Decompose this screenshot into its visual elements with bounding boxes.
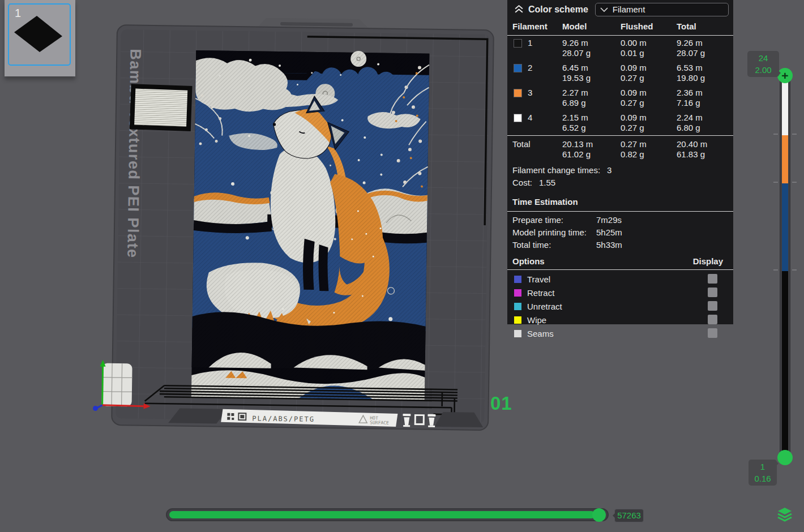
option-row-retract: Retract xyxy=(507,286,733,299)
total-weight: 6.80 g xyxy=(677,123,733,133)
option-row-wipe: Wipe xyxy=(507,313,733,327)
col-header-flushed: Flushed xyxy=(621,22,677,32)
prepare-time-label: Prepare time: xyxy=(512,214,596,226)
total-weight: 19.80 g xyxy=(677,73,733,83)
col-header-total: Total xyxy=(677,22,733,32)
display-checkbox[interactable] xyxy=(708,288,717,297)
flushed-weight: 0.27 g xyxy=(621,73,677,83)
move-value-box[interactable]: 57263 xyxy=(614,509,644,522)
model-weight: 19.53 g xyxy=(562,73,621,83)
collapse-icon[interactable] xyxy=(514,5,524,14)
total-length: 2.24 m xyxy=(677,113,733,123)
option-row-unretract: Unretract xyxy=(507,299,733,313)
total-length: 9.26 m xyxy=(677,38,733,48)
flushed-length: 0.09 m xyxy=(621,113,677,123)
travel-label: Travel xyxy=(527,274,550,284)
bottom-layer-number: 1 xyxy=(751,461,775,473)
cost-label: Cost: xyxy=(512,177,532,189)
display-checkbox[interactable] xyxy=(708,301,717,311)
model-length: 9.26 m xyxy=(562,38,621,48)
filament-table: Filament Model Flushed Total 1 9.26 m28.… xyxy=(507,19,733,162)
filament-change-label: Filament change times: xyxy=(512,164,600,177)
dropdown-chevron-icon xyxy=(600,7,608,12)
display-checkbox[interactable] xyxy=(708,328,717,338)
table-row: 4 2.15 m6.52 g 0.09 m0.27 g 2.24 m6.80 g xyxy=(507,110,733,135)
bottom-layer-tooltip: 1 0.16 xyxy=(749,460,777,486)
move-slider-handle[interactable] xyxy=(592,508,606,522)
filament-swatch xyxy=(514,39,522,48)
prime-tower xyxy=(132,86,190,128)
col-header-model: Model xyxy=(562,22,621,32)
total-time-label: Total time: xyxy=(512,239,596,251)
seams-label: Seams xyxy=(527,329,554,338)
model-weight: 28.07 g xyxy=(562,48,621,58)
top-layer-tooltip: 24 2.00 xyxy=(747,51,779,77)
wipe-swatch xyxy=(514,316,521,324)
flushed-length: 0.09 m xyxy=(621,63,677,73)
plate-thumbnail-number: 1 xyxy=(15,7,21,20)
total-weight: 7.16 g xyxy=(677,98,733,108)
unretract-swatch xyxy=(514,303,521,310)
calibration-pad xyxy=(102,363,132,407)
model-length: 2.27 m xyxy=(562,88,621,98)
flushed-weight: 0.01 g xyxy=(621,48,677,58)
display-header: Display xyxy=(693,256,723,266)
layer-slider-track[interactable] xyxy=(780,72,790,461)
sliced-model-artwork xyxy=(191,49,430,400)
total-weight: 61.83 g xyxy=(677,149,733,160)
filament-swatch xyxy=(514,64,522,72)
flushed-length: 0.27 m xyxy=(621,139,677,149)
model-printing-time-label: Model printing time: xyxy=(512,226,596,239)
flushed-weight: 0.82 g xyxy=(621,149,677,160)
unretract-label: Unretract xyxy=(527,302,562,311)
flushed-length: 0.09 m xyxy=(621,88,677,98)
filament-change-value: 3 xyxy=(607,164,611,177)
model-length: 20.13 m xyxy=(562,139,621,149)
hot-label-2: SURFACE xyxy=(370,420,389,425)
time-estimation-title: Time Estimation xyxy=(507,191,733,212)
move-slider-track[interactable] xyxy=(166,508,609,521)
filament-id: 4 xyxy=(528,113,532,123)
filament-swatch xyxy=(514,114,522,122)
color-scheme-panel: Color scheme Filament Filament Model Flu… xyxy=(507,0,733,324)
flushed-length: 0.00 m xyxy=(621,38,677,48)
table-row: 3 2.27 m6.89 g 0.09 m0.27 g 2.36 m7.16 g xyxy=(507,85,733,110)
option-row-travel: Travel xyxy=(507,272,733,286)
prepare-time-value: 7m29s xyxy=(596,214,733,226)
option-row-seams: Seams xyxy=(507,327,733,340)
retract-label: Retract xyxy=(527,288,554,298)
flushed-weight: 0.27 g xyxy=(621,98,677,108)
model-length: 6.45 m xyxy=(562,63,621,73)
total-weight: 28.07 g xyxy=(677,48,733,58)
filament-id: 1 xyxy=(528,38,532,48)
build-plate: Bambu Textured PEI Plate xyxy=(93,16,494,431)
retract-swatch xyxy=(514,289,521,297)
seams-swatch xyxy=(514,330,521,337)
surface-material-label: PLA/ABS/PETG xyxy=(252,414,315,423)
total-length: 6.53 m xyxy=(677,63,733,73)
wipe-label: Wipe xyxy=(527,315,546,325)
layers-icon[interactable] xyxy=(776,506,793,523)
dropdown-value: Filament xyxy=(613,5,645,14)
flushed-weight: 0.27 g xyxy=(621,123,677,133)
cost-value: 1.55 xyxy=(539,177,555,189)
panel-title: Color scheme xyxy=(528,5,588,15)
move-slider-fill xyxy=(169,511,595,518)
plate-thumbnail[interactable]: 1 xyxy=(5,0,75,76)
total-label: Total xyxy=(512,139,562,160)
top-layer-height: 2.00 xyxy=(750,64,777,76)
display-checkbox[interactable] xyxy=(708,274,717,284)
plate-name-label: Bambu Textured PEI Plate xyxy=(124,49,144,258)
options-title: Options xyxy=(512,256,545,266)
view-mode-dropdown[interactable]: Filament xyxy=(595,3,729,16)
col-header-filament: Filament xyxy=(512,22,562,32)
plate-number-label: 01 xyxy=(490,393,512,414)
travel-swatch xyxy=(514,276,521,283)
model-weight: 6.89 g xyxy=(562,98,621,108)
top-layer-number: 24 xyxy=(750,52,777,64)
table-row: 1 9.26 m28.07 g 0.00 m0.01 g 9.26 m28.07… xyxy=(507,36,733,61)
table-total-row: Total 20.13 m61.02 g 0.27 m0.82 g 20.40 … xyxy=(507,135,733,162)
model-printing-time-value: 5h25m xyxy=(596,226,733,239)
table-row: 2 6.45 m19.53 g 0.09 m0.27 g 6.53 m19.80… xyxy=(507,61,733,85)
display-checkbox[interactable] xyxy=(708,315,717,324)
